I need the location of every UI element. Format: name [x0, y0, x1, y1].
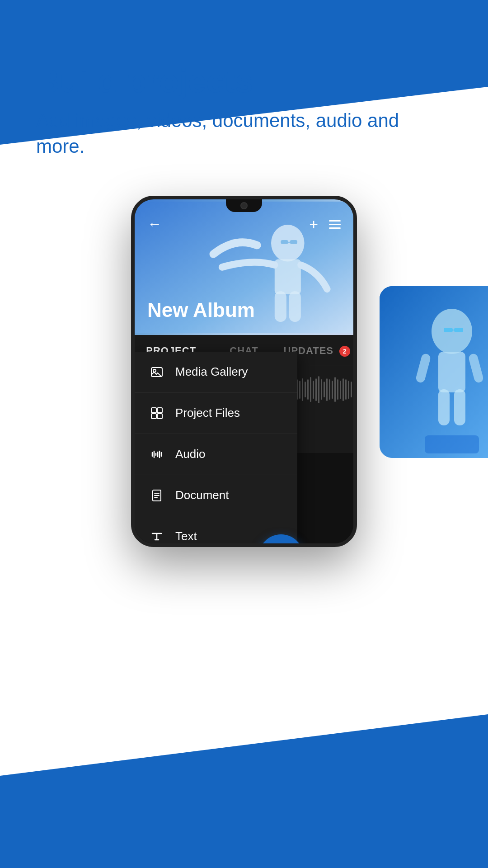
text-label: Text: [175, 529, 197, 543]
audio-icon: [149, 447, 164, 462]
svg-rect-4: [454, 389, 465, 425]
dropdown-menu: Media Gallery Project Files: [135, 352, 297, 547]
waveform-bar: [337, 379, 338, 400]
svg-rect-15: [289, 291, 301, 322]
updates-badge: 2: [339, 346, 350, 357]
text-icon: [149, 529, 164, 544]
menu-line: [329, 220, 341, 222]
svg-rect-17: [290, 240, 297, 244]
media-gallery-label: Media Gallery: [175, 365, 248, 379]
floating-image-right: [380, 286, 488, 458]
phone-wrapper: ← + New Album PROJECT: [0, 196, 488, 547]
dropdown-item-document[interactable]: Document: [135, 475, 297, 516]
waveform-bar: [321, 379, 322, 400]
waveform-bar: [302, 378, 303, 401]
waveform-bar: [340, 381, 341, 399]
phone-top-bar: ← +: [135, 216, 353, 233]
document-icon: [149, 488, 164, 503]
dropdown-item-project-files[interactable]: Project Files: [135, 393, 297, 434]
dropdown-item-audio[interactable]: Audio: [135, 434, 297, 475]
project-files-label: Project Files: [175, 406, 240, 420]
svg-rect-0: [380, 286, 488, 458]
svg-rect-10: [425, 435, 479, 453]
image-icon: [149, 364, 164, 380]
svg-rect-22: [157, 408, 162, 413]
bg-bottom-decoration: [0, 714, 488, 868]
phone-bottom-section: NEWVISUALASSETS! M: [135, 453, 353, 543]
document-label: Document: [175, 488, 229, 502]
phone-notch: [226, 199, 262, 212]
waveform-bar: [351, 382, 352, 397]
top-right-controls: +: [309, 216, 341, 233]
waveform-bar: [326, 378, 328, 401]
svg-rect-23: [151, 414, 156, 419]
phone-mockup: ← + New Album PROJECT: [131, 196, 357, 547]
waveform-bar: [318, 376, 319, 403]
add-plus-icon: +: [274, 545, 288, 547]
svg-rect-21: [151, 408, 156, 413]
grid-icon: [149, 406, 164, 421]
back-button[interactable]: ←: [147, 216, 162, 233]
page-subtitle: Add images, videos, documents, audio and…: [36, 108, 452, 159]
waveform-bar: [334, 377, 336, 402]
album-title: New Album: [147, 299, 255, 321]
waveform-bar: [343, 378, 344, 401]
svg-rect-3: [438, 389, 450, 425]
page-title: Build projects: [36, 63, 452, 99]
add-button[interactable]: +: [309, 216, 318, 233]
svg-rect-24: [157, 414, 162, 419]
menu-line: [329, 227, 341, 229]
svg-point-20: [153, 369, 156, 372]
waveform-bar: [332, 381, 333, 399]
svg-rect-7: [444, 328, 453, 332]
svg-rect-2: [438, 352, 465, 392]
waveform-bar: [348, 381, 349, 399]
waveform-bar: [345, 379, 347, 400]
waveform-bar: [315, 378, 317, 401]
waveform-bar: [324, 382, 325, 397]
camera-dot: [240, 202, 248, 209]
svg-rect-16: [281, 240, 288, 244]
waveform-bar: [310, 377, 311, 402]
menu-button[interactable]: [329, 220, 341, 229]
waveform-bar: [313, 381, 314, 399]
menu-line: [329, 224, 341, 225]
waveform-bar: [299, 381, 300, 399]
waveform-bar: [329, 379, 330, 400]
audio-label: Audio: [175, 447, 206, 461]
svg-rect-13: [275, 259, 301, 294]
phone-hero: ← + New Album: [135, 199, 353, 335]
svg-rect-14: [275, 291, 286, 322]
waveform-bar: [307, 379, 309, 400]
waveform-bar: [305, 382, 306, 397]
dropdown-item-media-gallery[interactable]: Media Gallery: [135, 352, 297, 393]
svg-rect-8: [454, 328, 463, 332]
header-section: Build projects Add images, videos, docum…: [0, 0, 488, 187]
